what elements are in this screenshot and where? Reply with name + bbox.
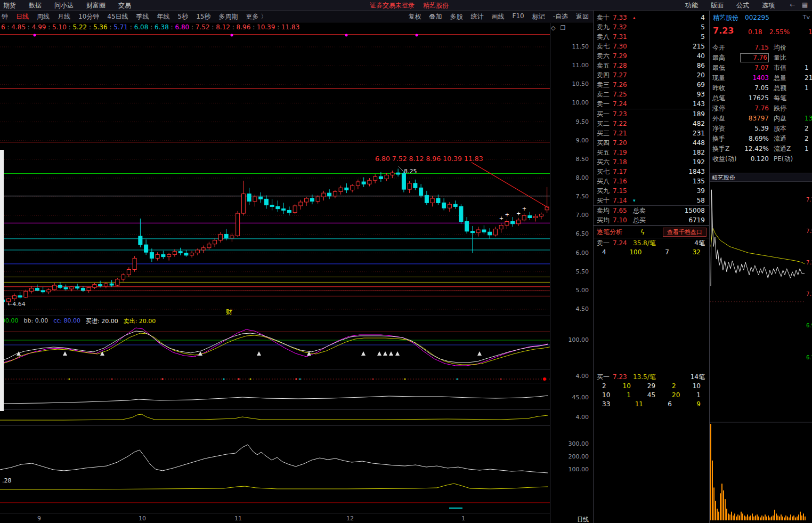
- menu-item[interactable]: 功能: [685, 1, 698, 10]
- ask-row[interactable]: 卖七7.30215: [594, 42, 709, 51]
- level-label: 买一: [594, 109, 613, 119]
- tool-button[interactable]: 画线: [491, 12, 504, 21]
- volume-bar: [726, 509, 727, 520]
- mini-axis-label: 7.1: [806, 291, 812, 297]
- period-tab[interactable]: 年线: [157, 12, 170, 21]
- indicator-panel-4[interactable]: [0, 409, 550, 425]
- volume-bar: [784, 518, 785, 520]
- tool-button[interactable]: 叠加: [429, 12, 442, 21]
- panel-toggle-icon[interactable]: ❐: [560, 25, 565, 31]
- signal-dot: [456, 378, 458, 380]
- diamond-icon[interactable]: ◇: [551, 25, 555, 31]
- bid-row[interactable]: 买八7.16135: [594, 176, 709, 186]
- field-value: 0.120: [740, 154, 769, 164]
- bid-row[interactable]: 买二7.22482: [594, 119, 709, 128]
- tool-button[interactable]: F10: [512, 12, 524, 21]
- period-tab[interactable]: 多周期: [218, 12, 238, 21]
- axis-label: 200.00: [556, 453, 589, 460]
- candle-body: [218, 234, 222, 240]
- indicator-panel-2[interactable]: [0, 369, 550, 383]
- indicator-panel-5[interactable]: .28: [0, 425, 550, 513]
- chart-annotation: ←4.64: [7, 301, 26, 308]
- candle-body: [351, 186, 354, 190]
- period-tab[interactable]: 日线: [16, 12, 29, 21]
- candle-body: [133, 258, 136, 269]
- ask-row[interactable]: 卖十7.33▴4: [594, 13, 709, 22]
- indicator-panel-3[interactable]: [0, 383, 550, 409]
- field-label: 最高: [712, 53, 740, 63]
- tool-button[interactable]: 复权: [408, 12, 421, 21]
- level-value: 6.38: [155, 23, 169, 31]
- volume: 182: [693, 148, 709, 157]
- ask-row[interactable]: 卖六7.2940: [594, 51, 709, 61]
- candle-body: [408, 183, 411, 189]
- level-label: 卖六: [594, 51, 613, 61]
- menu-item[interactable]: 财富圈: [86, 1, 105, 10]
- volume-bar: [803, 513, 804, 520]
- price: 7.20: [613, 138, 633, 148]
- period-tab[interactable]: 更多 〉: [246, 12, 267, 21]
- price-axis-label: 7.00: [556, 212, 589, 219]
- ask-row[interactable]: 卖四7.2720: [594, 70, 709, 80]
- ask-row[interactable]: 卖八7.315: [594, 32, 709, 42]
- price: 7.25: [613, 90, 633, 99]
- ask-row[interactable]: 卖一7.24143: [594, 99, 709, 109]
- back-arrow-icon[interactable]: ←: [790, 1, 795, 9]
- bid-row[interactable]: 买七7.171843: [594, 167, 709, 176]
- tick-analysis-tab[interactable]: 逐笔分析: [597, 228, 622, 237]
- menu-item[interactable]: 问小达: [54, 1, 74, 10]
- down-arrow-icon: ▾: [633, 196, 636, 205]
- tick-number: 100: [629, 248, 642, 257]
- price: 7.18: [613, 157, 633, 167]
- candle-body: [453, 204, 457, 206]
- bid-row[interactable]: 买五7.19182: [594, 148, 709, 157]
- bid-row[interactable]: 买九7.1539: [594, 186, 709, 196]
- menu-item[interactable]: 公式: [736, 1, 749, 10]
- tv-icon[interactable]: Tv: [803, 11, 810, 25]
- menu-item[interactable]: 版面: [711, 1, 724, 10]
- tool-button[interactable]: 标记: [532, 12, 545, 21]
- view-depth-button[interactable]: 查看千档盘口: [663, 228, 707, 237]
- ask-row[interactable]: 卖二7.2593: [594, 90, 709, 99]
- candle-body: [93, 285, 96, 288]
- bid-row[interactable]: 买六7.18192: [594, 157, 709, 167]
- period-tab[interactable]: 周线: [37, 12, 50, 21]
- ask-row[interactable]: 卖三7.2669: [594, 80, 709, 90]
- tool-button[interactable]: 多股: [450, 12, 462, 21]
- indicator-line: [711, 228, 805, 264]
- intraday-mini-chart[interactable]: 7.77.57.37.16.96.7: [710, 182, 812, 523]
- candlestick-chart[interactable]: ++++6.80 7.52 8.12 8.96 10.39 11.838.25←…: [0, 33, 550, 316]
- price: 7.23: [613, 109, 633, 119]
- menu-item[interactable]: 数据: [29, 1, 42, 10]
- candle-body: [287, 210, 291, 212]
- period-tab[interactable]: 月线: [58, 12, 70, 21]
- candle-body: [35, 288, 39, 291]
- mini-axis-label: 7.5: [806, 228, 812, 234]
- period-tab[interactable]: 15秒: [196, 12, 210, 21]
- tool-button[interactable]: 返回: [576, 12, 589, 21]
- candle-body: [373, 176, 377, 180]
- period-tab[interactable]: 钟: [2, 12, 8, 21]
- ask-row[interactable]: 卖五7.2886: [594, 61, 709, 70]
- layout-grid-icon[interactable]: ▦: [802, 1, 808, 9]
- tool-button[interactable]: 统计: [470, 12, 483, 21]
- bid-row[interactable]: 买一7.23189: [594, 109, 709, 119]
- period-tab[interactable]: 5秒: [178, 12, 189, 21]
- field-value: 7.76: [740, 103, 769, 114]
- bid-row[interactable]: 买四7.20448: [594, 138, 709, 148]
- period-tab[interactable]: 10分钟: [78, 12, 99, 21]
- period-tab[interactable]: 45日线: [107, 12, 128, 21]
- volume-bar: [745, 517, 746, 520]
- price-axis-label: 9.00: [556, 137, 589, 144]
- bid-row[interactable]: 买三7.21231: [594, 128, 709, 138]
- menu-item[interactable]: 期货: [3, 1, 16, 10]
- indicator-line: [0, 396, 548, 404]
- tool-button[interactable]: -自选: [553, 12, 568, 21]
- ask-row[interactable]: 卖九7.325: [594, 22, 709, 32]
- candle-body: [385, 175, 388, 179]
- menu-item[interactable]: 交易: [118, 1, 131, 10]
- menu-item[interactable]: 选项: [762, 1, 775, 10]
- bid-row[interactable]: 买十7.14▾58: [594, 196, 709, 205]
- candle-body: [173, 252, 176, 255]
- period-tab[interactable]: 季线: [136, 12, 149, 21]
